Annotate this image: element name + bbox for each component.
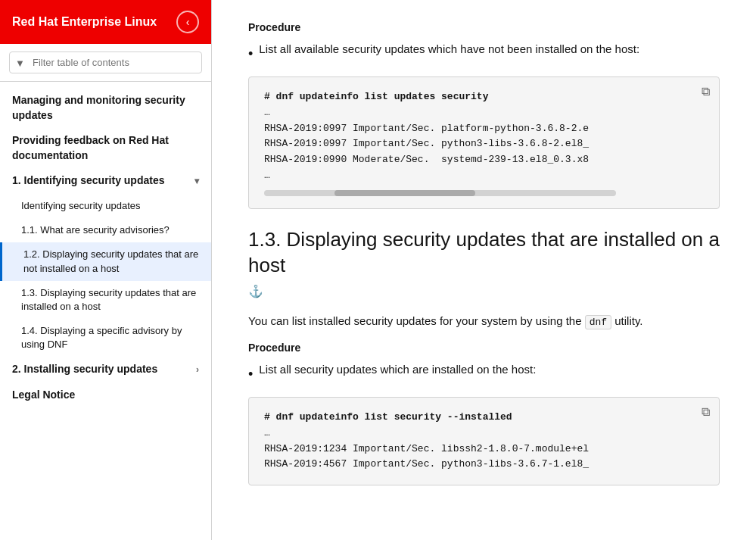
section-procedure-1: Procedure • List all available security … xyxy=(248,21,720,209)
body-after: utility. xyxy=(611,314,642,327)
scrollbar-thumb-1 xyxy=(334,190,475,196)
scrollbar-1[interactable] xyxy=(264,190,616,196)
main-content: Procedure • List all available security … xyxy=(212,0,756,540)
sidebar-item-identifying-parent[interactable]: 1. Identifying security updates ▾ xyxy=(0,168,211,194)
sidebar-item-label: 1.4. Displaying a specific advisory by u… xyxy=(21,325,182,350)
filter-input[interactable] xyxy=(9,52,202,73)
section-1-3: 1.3. Displaying security updates that ar… xyxy=(248,227,720,485)
sidebar-item-displaying-installed[interactable]: 1.3. Displaying security updates that ar… xyxy=(0,281,211,319)
filter-wrapper: ▼ xyxy=(9,52,202,73)
sidebar-item-label: Managing and monitoring security updates xyxy=(12,94,185,121)
nav-item-row: 2. Installing security updates › xyxy=(12,362,199,377)
sidebar-item-advisories[interactable]: 1.1. What are security advisories? xyxy=(0,218,211,242)
code-pre-1: # dnf updateinfo list updates security …… xyxy=(264,89,704,184)
bullet-text-2: List all security updates which are inst… xyxy=(259,361,536,379)
sidebar-header: Red Hat Enterprise Linux ‹ xyxy=(0,0,211,44)
chevron-down-icon: ▾ xyxy=(194,175,199,188)
bullet-text-1: List all available security updates whic… xyxy=(259,41,639,58)
procedure-label-2: Procedure xyxy=(248,342,720,354)
sidebar-item-label: 1.2. Displaying security updates that ar… xyxy=(23,248,198,273)
sidebar-item-displaying-specific[interactable]: 1.4. Displaying a specific advisory by u… xyxy=(0,319,211,357)
sidebar-item-label: 1. Identifying security updates xyxy=(12,173,165,189)
code-block-2: ⧉ # dnf updateinfo list security --insta… xyxy=(248,397,720,485)
filter-box: ▼ xyxy=(0,44,211,82)
nav-list: Managing and monitoring security updates… xyxy=(0,82,211,540)
sidebar-item-label: Identifying security updates xyxy=(21,200,141,211)
inline-code-dnf: dnf xyxy=(585,315,611,329)
sidebar-item-label: 1.1. What are security advisories? xyxy=(21,224,170,236)
sidebar-item-installing-parent[interactable]: 2. Installing security updates › xyxy=(0,357,211,382)
code-command-1: # dnf updateinfo list updates security xyxy=(264,91,488,102)
sidebar-item-label: 1.3. Displaying security updates that ar… xyxy=(21,287,196,312)
sidebar: Red Hat Enterprise Linux ‹ ▼ Managing an… xyxy=(0,0,212,540)
bullet-dot-1: • xyxy=(248,44,253,64)
body-text-1: You can list installed security updates … xyxy=(248,312,720,331)
filter-icon: ▼ xyxy=(15,57,25,68)
body-before: You can list installed security updates … xyxy=(248,314,585,327)
app-title: Red Hat Enterprise Linux xyxy=(12,15,157,29)
sidebar-item-managing[interactable]: Managing and monitoring security updates xyxy=(0,88,211,128)
back-button[interactable]: ‹ xyxy=(176,11,199,33)
bullet-item-1: • List all available security updates wh… xyxy=(248,41,720,64)
copy-icon-1[interactable]: ⧉ xyxy=(702,85,710,98)
code-block-1: ⧉ # dnf updateinfo list updates security… xyxy=(248,76,720,209)
bullet-item-2: • List all security updates which are in… xyxy=(248,361,720,385)
code-command-2: # dnf updateinfo list security --install… xyxy=(264,411,512,423)
sidebar-item-label: 2. Installing security updates xyxy=(12,362,157,377)
code-pre-2: # dnf updateinfo list security --install… xyxy=(264,410,704,473)
sidebar-item-displaying-not-installed[interactable]: 1.2. Displaying security updates that ar… xyxy=(0,242,211,280)
sidebar-item-identifying-sub[interactable]: Identifying security updates xyxy=(0,194,211,218)
sidebar-item-label: Legal Notice xyxy=(12,389,75,401)
nav-item-row: 1. Identifying security updates ▾ xyxy=(12,173,199,189)
section-title-1-3: 1.3. Displaying security updates that ar… xyxy=(248,227,720,300)
chevron-right-icon: › xyxy=(196,364,199,376)
procedure-label-1: Procedure xyxy=(248,21,720,33)
sidebar-item-feedback[interactable]: Providing feedback on Red Hat documentat… xyxy=(0,128,211,168)
copy-icon-2[interactable]: ⧉ xyxy=(702,405,710,419)
anchor-icon[interactable]: ⚓ xyxy=(248,284,263,300)
sidebar-item-label: Providing feedback on Red Hat documentat… xyxy=(12,134,169,161)
bullet-dot-2: • xyxy=(248,364,253,385)
section-title-text: 1.3. Displaying security updates that ar… xyxy=(248,227,720,279)
sidebar-item-legal[interactable]: Legal Notice xyxy=(0,382,211,408)
chevron-left-icon: ‹ xyxy=(186,16,190,28)
